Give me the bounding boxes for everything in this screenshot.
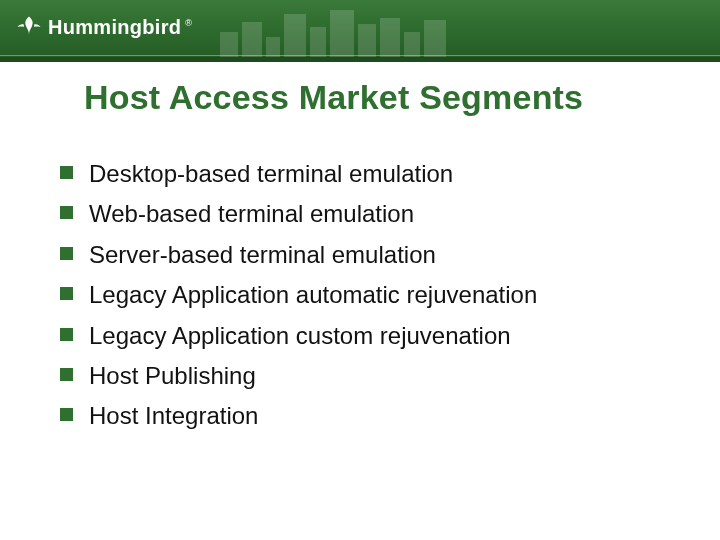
bullet-text: Host Publishing bbox=[89, 360, 256, 392]
bullet-text: Desktop-based terminal emulation bbox=[89, 158, 453, 190]
bullet-text: Legacy Application custom rejuvenation bbox=[89, 320, 511, 352]
square-bullet-icon bbox=[60, 368, 73, 381]
square-bullet-icon bbox=[60, 206, 73, 219]
header-banner: Hummingbird ® bbox=[0, 0, 720, 62]
square-bullet-icon bbox=[60, 287, 73, 300]
registered-trademark: ® bbox=[185, 18, 192, 28]
bullet-list: Desktop-based terminal emulation Web-bas… bbox=[60, 158, 660, 441]
banner-cityscape-decoration bbox=[220, 0, 600, 62]
bullet-text: Server-based terminal emulation bbox=[89, 239, 436, 271]
brand-name: Hummingbird bbox=[48, 16, 181, 39]
slide-title: Host Access Market Segments bbox=[84, 78, 583, 117]
list-item: Server-based terminal emulation bbox=[60, 239, 660, 271]
list-item: Legacy Application custom rejuvenation bbox=[60, 320, 660, 352]
list-item: Web-based terminal emulation bbox=[60, 198, 660, 230]
list-item: Desktop-based terminal emulation bbox=[60, 158, 660, 190]
square-bullet-icon bbox=[60, 247, 73, 260]
square-bullet-icon bbox=[60, 408, 73, 421]
square-bullet-icon bbox=[60, 166, 73, 179]
list-item: Legacy Application automatic rejuvenatio… bbox=[60, 279, 660, 311]
list-item: Host Integration bbox=[60, 400, 660, 432]
slide: Hummingbird ® Host Access Market Segment… bbox=[0, 0, 720, 540]
list-item: Host Publishing bbox=[60, 360, 660, 392]
bullet-text: Legacy Application automatic rejuvenatio… bbox=[89, 279, 537, 311]
square-bullet-icon bbox=[60, 328, 73, 341]
brand-logo: Hummingbird ® bbox=[16, 14, 192, 40]
hummingbird-icon bbox=[16, 14, 42, 40]
bullet-text: Host Integration bbox=[89, 400, 258, 432]
bullet-text: Web-based terminal emulation bbox=[89, 198, 414, 230]
